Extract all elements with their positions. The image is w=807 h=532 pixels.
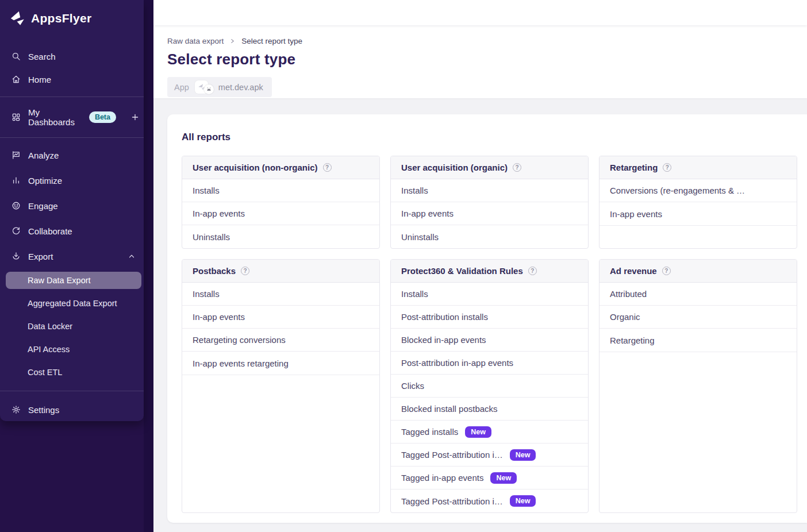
report-row[interactable]: Post-attribution in-app events: [391, 352, 588, 375]
sidebar-item-collaborate[interactable]: Collaborate: [0, 218, 144, 244]
report-row-label: Attributed: [610, 289, 647, 299]
report-card: User acquisition (organic)?InstallsIn-ap…: [390, 156, 589, 249]
all-reports-panel: All reports User acquisition (non-organi…: [167, 114, 807, 523]
report-card-header: User acquisition (non-organic)?: [182, 156, 379, 179]
help-icon[interactable]: ?: [513, 163, 521, 172]
report-row[interactable]: In-app events: [391, 202, 588, 225]
report-row[interactable]: Clicks: [391, 375, 588, 398]
sidebar-subitem-api-access[interactable]: API Access: [6, 338, 141, 361]
sidebar-panel: AppsFlyer SearchHome My Dashboards Beta: [0, 0, 144, 421]
sidebar-item-optimize[interactable]: Optimize: [0, 168, 144, 193]
report-row-label: Clicks: [401, 381, 424, 391]
card-filler: [600, 225, 797, 248]
report-row[interactable]: Post-attribution installs: [391, 306, 588, 329]
new-badge: New: [510, 495, 536, 507]
export-icon: [11, 252, 21, 261]
report-row-label: Installs: [401, 289, 428, 299]
report-card-title: User acquisition (non-organic): [193, 163, 318, 172]
collaborate-icon: [11, 226, 21, 236]
report-card-title: Ad revenue: [610, 266, 657, 276]
chevron-right-icon: [230, 38, 235, 44]
sidebar-subitem-label: Cost ETL: [28, 368, 62, 377]
sidebar-item-engage[interactable]: Engage: [0, 193, 144, 218]
report-card: Postbacks?InstallsIn-app eventsRetargeti…: [182, 259, 380, 513]
sidebar-item-label: Home: [28, 75, 51, 84]
plus-icon[interactable]: [131, 113, 139, 121]
breadcrumb-raw-data-export[interactable]: Raw data export: [167, 37, 224, 45]
report-row[interactable]: Tagged in-app eventsNew: [391, 467, 588, 489]
report-row[interactable]: Installs: [391, 179, 588, 202]
sidebar-subitem-data-locker[interactable]: Data Locker: [6, 315, 141, 338]
sidebar-item-home[interactable]: Home: [0, 68, 144, 91]
page-header: Raw data export Select report type Selec…: [153, 25, 807, 98]
help-icon[interactable]: ?: [528, 267, 537, 275]
help-icon[interactable]: ?: [663, 163, 671, 172]
report-row[interactable]: Tagged installsNew: [391, 421, 588, 444]
sidebar-export-subnav: Raw Data ExportAggregated Data ExportDat…: [0, 269, 144, 384]
help-icon[interactable]: ?: [323, 163, 332, 172]
report-row-label: In-app events: [193, 312, 245, 322]
chevron-up-icon: [128, 252, 136, 260]
appsflyer-logo-icon: [10, 10, 26, 26]
report-row-label: Post-attribution installs: [401, 312, 488, 322]
sidebar-item-search[interactable]: Search: [0, 45, 144, 68]
report-row[interactable]: Uninstalls: [182, 225, 379, 248]
sidebar-subitem-aggregated-data-export[interactable]: Aggregated Data Export: [6, 292, 141, 315]
appsflyer-logo[interactable]: AppsFlyer: [0, 0, 144, 37]
sidebar-item-label: My Dashboards: [28, 107, 75, 127]
report-row[interactable]: Conversions (re-engagements & …: [600, 179, 797, 202]
report-row-label: Retargeting: [610, 336, 655, 345]
sidebar-item-export[interactable]: Export: [0, 244, 144, 269]
report-row-label: Retargeting conversions: [193, 335, 286, 345]
sidebar-item-settings[interactable]: Settings: [0, 397, 144, 422]
report-row[interactable]: Attributed: [600, 283, 797, 306]
sidebar-item-label: Search: [28, 52, 56, 61]
report-row[interactable]: Installs: [391, 283, 588, 306]
optimize-icon: [11, 176, 21, 185]
sidebar-item-analyze[interactable]: Analyze: [0, 142, 144, 168]
report-row-label: In-app events: [401, 209, 454, 218]
appsflyer-logo-text: AppsFlyer: [31, 11, 91, 25]
sidebar-item-label: Settings: [28, 405, 59, 415]
sidebar-subitem-cost-etl[interactable]: Cost ETL: [6, 361, 141, 384]
report-card: User acquisition (non-organic)?InstallsI…: [182, 156, 380, 249]
report-card-title: Postbacks: [193, 266, 236, 276]
sidebar-subitem-label: API Access: [28, 345, 70, 354]
report-card-title: User acquisition (organic): [401, 163, 508, 172]
report-card-title: Retargeting: [610, 163, 658, 172]
report-row[interactable]: Installs: [182, 283, 379, 306]
sidebar-subitem-raw-data-export[interactable]: Raw Data Export: [6, 272, 141, 289]
report-row[interactable]: In-app events: [600, 202, 797, 225]
app-selector-chip[interactable]: App met.dev.apk: [167, 77, 272, 97]
report-row[interactable]: Retargeting: [600, 329, 797, 352]
app-root: AppsFlyer SearchHome My Dashboards Beta: [0, 0, 807, 532]
sidebar-item-my-dashboards[interactable]: My Dashboards Beta: [0, 106, 144, 129]
sidebar-item-label: Collaborate: [28, 226, 72, 236]
sidebar-item-label: Optimize: [28, 176, 62, 186]
help-icon[interactable]: ?: [241, 267, 249, 275]
report-row[interactable]: In-app events retargeting: [182, 352, 379, 375]
report-row[interactable]: Uninstalls: [391, 225, 588, 248]
app-chip-value: met.dev.apk: [218, 83, 263, 92]
main-area: Raw data export Select report type Selec…: [153, 0, 807, 532]
report-row[interactable]: Tagged Post-attribution i…New: [391, 489, 588, 512]
report-card: Protect360 & Validation Rules?InstallsPo…: [390, 259, 589, 513]
sidebar-subitem-label: Aggregated Data Export: [28, 299, 117, 308]
report-row[interactable]: Installs: [182, 179, 379, 202]
sidebar-settings-section: Settings: [0, 391, 144, 422]
home-icon: [11, 75, 21, 84]
content-area: All reports User acquisition (non-organi…: [153, 98, 807, 532]
report-row[interactable]: In-app events: [182, 202, 379, 225]
report-row[interactable]: Tagged Post-attribution i…New: [391, 444, 588, 467]
help-icon[interactable]: ?: [662, 267, 671, 275]
topbar: [153, 0, 807, 25]
report-row[interactable]: Blocked install postbacks: [391, 398, 588, 421]
report-row[interactable]: In-app events: [182, 306, 379, 329]
card-filler: [182, 375, 379, 512]
report-row-label: Post-attribution in-app events: [401, 358, 513, 368]
analyze-icon: [11, 151, 21, 160]
report-card-header: Protect360 & Validation Rules?: [391, 260, 588, 283]
report-row[interactable]: Blocked in-app events: [391, 329, 588, 352]
report-row[interactable]: Organic: [600, 306, 797, 329]
report-row[interactable]: Retargeting conversions: [182, 329, 379, 352]
